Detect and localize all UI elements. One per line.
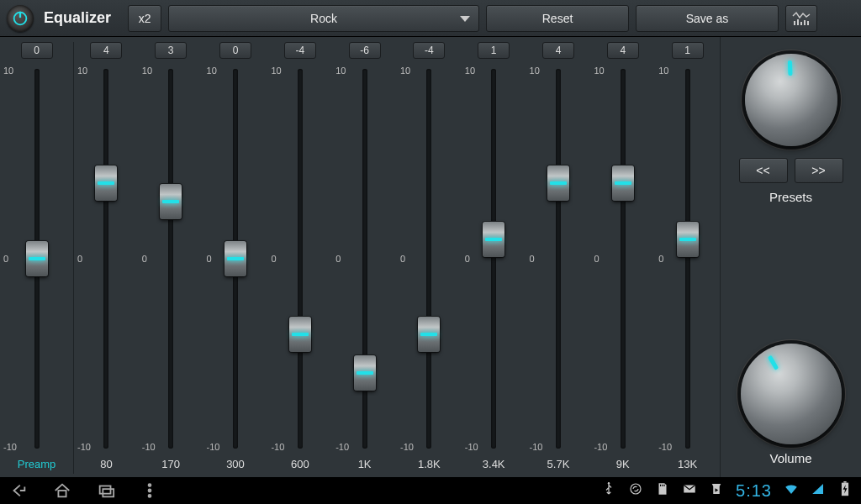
band-freq-label: 300 — [226, 454, 245, 474]
band-slider[interactable]: 100-10 — [655, 64, 720, 454]
svg-point-15 — [631, 484, 641, 494]
band-freq-label: 3.4K — [483, 454, 505, 474]
svg-marker-2 — [460, 16, 470, 22]
preset-next-button[interactable]: >> — [795, 158, 843, 183]
scale-min: -10 — [335, 442, 349, 452]
band-thumb[interactable] — [483, 222, 504, 257]
band-slider[interactable]: 100-10 — [332, 64, 397, 454]
page-title: Equalizer — [44, 9, 111, 27]
cell-signal-icon — [811, 481, 826, 500]
scale-mid: 0 — [400, 254, 405, 264]
scale-max: 10 — [594, 66, 604, 76]
band-slider[interactable]: 100-10 — [267, 64, 332, 454]
svg-point-12 — [149, 490, 151, 492]
band-column: -6100-101K — [332, 42, 397, 474]
android-nav-bar: 5:13 — [0, 477, 861, 504]
scale-min: -10 — [530, 442, 543, 452]
band-slider[interactable]: 100-10 — [203, 64, 268, 454]
presets-knob-tick — [787, 60, 792, 76]
volume-knob-tick — [767, 355, 778, 370]
band-freq-label: 600 — [291, 454, 309, 474]
svg-rect-8 — [58, 491, 66, 496]
band-thumb[interactable] — [160, 184, 182, 219]
band-column: 0100-10300 — [203, 42, 268, 474]
band-slider[interactable]: 100-10 — [397, 64, 462, 454]
wifi-icon — [784, 481, 799, 500]
sd-card-icon — [655, 481, 670, 500]
band-slider[interactable]: 100-10 — [590, 64, 655, 454]
band-freq-label: 1K — [358, 454, 372, 474]
band-value: 4 — [607, 42, 639, 59]
back-icon[interactable] — [8, 480, 29, 501]
scale-min: -10 — [271, 442, 284, 452]
band-column: 3100-10170 — [139, 42, 203, 474]
presets-knob[interactable] — [745, 54, 837, 146]
home-icon[interactable] — [52, 480, 72, 501]
preset-dropdown[interactable]: Rock — [168, 5, 479, 32]
band-value: -6 — [349, 42, 381, 59]
save-as-button[interactable]: Save as — [636, 5, 779, 32]
preset-prev-button[interactable]: << — [739, 158, 788, 183]
toolbar: Equalizer x2 Rock Reset Save as — [0, 0, 861, 37]
right-panel: << >> Presets Volume — [720, 37, 861, 477]
band-freq-label: 80 — [100, 454, 112, 474]
band-freq-label: 5.7K — [547, 454, 570, 474]
scale-mid: 0 — [530, 254, 535, 264]
band-freq-label: 170 — [161, 454, 180, 474]
preset-nav: << >> — [739, 158, 843, 183]
band-thumb[interactable] — [224, 241, 246, 276]
visualizer-button[interactable] — [785, 5, 817, 32]
svg-point-11 — [149, 484, 151, 486]
clock: 5:13 — [736, 481, 772, 501]
band-column: 4100-109K — [590, 42, 655, 474]
band-value: 3 — [155, 42, 187, 59]
play-store-icon — [709, 481, 724, 500]
svg-rect-3 — [794, 21, 795, 25]
scale-max: 10 — [335, 66, 346, 76]
band-column: 4100-1080 — [74, 42, 139, 474]
menu-icon[interactable] — [140, 480, 160, 501]
battery-charging-icon — [837, 481, 853, 500]
scale-mid: 0 — [271, 254, 276, 264]
scale-min: -10 — [207, 442, 220, 452]
scale-mid: 0 — [207, 254, 212, 264]
volume-knob[interactable] — [741, 344, 842, 444]
scale-max: 10 — [3, 66, 13, 76]
band-value: -4 — [284, 42, 316, 59]
band-thumb[interactable] — [547, 165, 569, 201]
presets-label: Presets — [769, 190, 812, 204]
zoom-button[interactable]: x2 — [128, 5, 161, 32]
band-column: 1100-1013K — [655, 42, 720, 474]
band-thumb[interactable] — [354, 355, 376, 391]
gmail-icon — [682, 481, 697, 500]
reset-button[interactable]: Reset — [486, 5, 629, 32]
band-thumb[interactable] — [95, 165, 117, 201]
preamp-thumb[interactable] — [26, 241, 48, 276]
scale-mid: 0 — [594, 254, 599, 264]
preamp-slider[interactable]: 10 0 -10 — [0, 64, 73, 454]
scale-max: 10 — [142, 66, 152, 76]
band-slider[interactable]: 100-10 — [526, 64, 591, 454]
recent-apps-icon[interactable] — [96, 480, 116, 501]
band-slider[interactable]: 100-10 — [139, 64, 203, 454]
equalizer-app: Equalizer x2 Rock Reset Save as 0 — [0, 0, 861, 477]
volume-block: Volume — [741, 344, 842, 470]
band-thumb[interactable] — [612, 165, 634, 201]
band-slider[interactable]: 100-10 — [74, 64, 139, 454]
preamp-label: Preamp — [18, 454, 56, 474]
scale-max: 10 — [77, 66, 87, 76]
band-value: 4 — [90, 42, 122, 59]
band-thumb[interactable] — [418, 317, 440, 352]
band-thumb[interactable] — [677, 222, 699, 257]
power-toggle[interactable] — [7, 5, 34, 32]
scale-min: -10 — [142, 442, 156, 452]
equalizer-sliders: 0 10 0 -10 Preamp 4100-10803100-10170010… — [0, 37, 720, 477]
svg-rect-18 — [664, 485, 665, 486]
band-column: 1100-103.4K — [462, 42, 526, 474]
svg-marker-22 — [812, 484, 823, 494]
scale-max: 10 — [530, 66, 540, 76]
band-freq-label: 13K — [678, 454, 697, 474]
svg-rect-4 — [797, 19, 799, 25]
band-slider[interactable]: 100-10 — [462, 64, 526, 454]
band-thumb[interactable] — [289, 317, 311, 352]
